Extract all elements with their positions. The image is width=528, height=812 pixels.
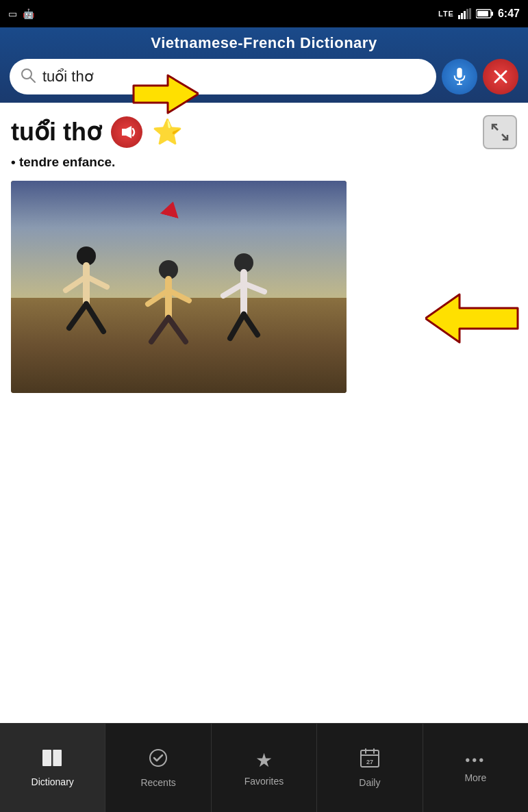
svg-line-29 — [151, 318, 168, 342]
svg-point-41 — [150, 750, 166, 766]
nav-item-favorites[interactable]: ★ Favorites — [212, 724, 317, 812]
battery-icon — [476, 9, 494, 18]
nav-label-more: More — [464, 772, 486, 783]
sound-button[interactable] — [111, 116, 142, 148]
expand-button[interactable] — [483, 115, 517, 149]
word-image — [11, 181, 347, 393]
svg-line-9 — [30, 77, 35, 82]
word-title: tuổi thơ — [11, 118, 101, 147]
svg-rect-10 — [457, 68, 462, 78]
svg-rect-4 — [469, 8, 471, 19]
svg-rect-3 — [466, 9, 468, 19]
time-display: 6:47 — [498, 8, 520, 20]
calendar-icon: 27 — [360, 748, 380, 773]
svg-line-36 — [244, 314, 257, 335]
svg-rect-6 — [491, 12, 493, 16]
svg-rect-38 — [42, 750, 51, 766]
svg-text:27: 27 — [366, 759, 373, 765]
dots-icon: ••• — [465, 752, 486, 768]
search-box[interactable] — [10, 59, 436, 94]
favorite-star[interactable]: ⭐ — [152, 118, 183, 147]
svg-rect-39 — [53, 750, 62, 766]
app-title: Vietnamese-French Dictionary — [10, 34, 518, 52]
word-left: tuổi thơ ⭐ — [11, 116, 183, 148]
svg-line-30 — [168, 318, 186, 342]
book-icon — [41, 748, 64, 772]
status-bar-right: LTE 6:47 — [438, 8, 520, 20]
svg-rect-7 — [477, 11, 488, 16]
nav-label-recents: Recents — [140, 777, 175, 788]
nav-item-more[interactable]: ••• More — [423, 724, 528, 812]
nav-label-daily: Daily — [359, 777, 380, 788]
star-nav-icon: ★ — [255, 749, 273, 772]
svg-marker-37 — [425, 294, 518, 342]
status-bar: ▭ 🤖 LTE 6:47 — [0, 0, 528, 27]
svg-line-23 — [69, 304, 86, 328]
search-icon — [21, 68, 36, 86]
lte-badge: LTE — [438, 10, 454, 18]
svg-marker-15 — [134, 75, 199, 113]
clear-button[interactable] — [483, 59, 518, 94]
main-content: tuổi thơ ⭐ tendre enfance. — [0, 103, 528, 723]
svg-marker-16 — [122, 126, 131, 138]
search-arrow-indicator — [130, 72, 199, 119]
signal-icon — [458, 8, 472, 19]
svg-line-24 — [86, 304, 103, 331]
nav-item-recents[interactable]: Recents — [105, 724, 211, 812]
word-header-row: tuổi thơ ⭐ — [11, 115, 517, 149]
status-bar-left: ▭ 🤖 — [8, 0, 34, 27]
search-input[interactable] — [42, 68, 425, 86]
check-circle-icon — [148, 748, 168, 773]
svg-line-35 — [230, 314, 244, 338]
svg-rect-1 — [461, 13, 463, 19]
app-header: Vietnamese-French Dictionary — [0, 27, 528, 103]
svg-rect-0 — [458, 15, 460, 19]
nav-label-favorites: Favorites — [244, 776, 284, 787]
mic-button[interactable] — [442, 59, 477, 94]
nav-item-daily[interactable]: 27 Daily — [317, 724, 423, 812]
nav-item-dictionary[interactable]: Dictionary — [0, 724, 105, 812]
content-arrow-indicator — [425, 288, 521, 352]
search-row — [10, 59, 518, 94]
nav-label-dictionary: Dictionary — [32, 776, 74, 787]
android-icon: 🤖 — [23, 8, 34, 19]
svg-rect-2 — [464, 11, 466, 19]
sim-icon: ▭ — [8, 8, 17, 19]
word-definition: tendre enfance. — [11, 155, 517, 170]
bottom-nav: Dictionary Recents ★ Favorites 27 Daily — [0, 723, 528, 812]
